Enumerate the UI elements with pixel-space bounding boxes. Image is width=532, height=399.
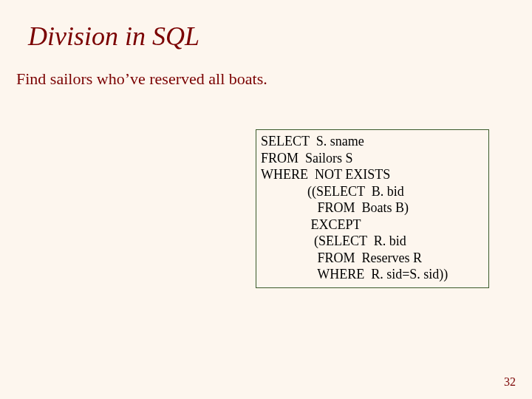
code-text: S. sname <box>310 134 364 149</box>
code-text: Reserves R <box>355 250 422 265</box>
sql-keyword: WHERE <box>317 267 364 282</box>
code-line: SELECT S. sname <box>261 133 484 150</box>
code-line: ((SELECT B. bid <box>261 183 484 200</box>
code-line: FROM Sailors S <box>261 150 484 167</box>
code-line: FROM Reserves R <box>261 250 484 267</box>
page-number: 32 <box>504 375 516 389</box>
code-line: WHERE R. sid=S. sid)) <box>261 266 484 283</box>
code-line: EXCEPT <box>261 216 484 233</box>
code-text <box>261 200 318 215</box>
sql-keyword: FROM <box>261 151 299 166</box>
sql-code-box: SELECT S. sname FROM Sailors S WHERE NOT… <box>256 129 489 288</box>
sql-keyword: FROM <box>318 200 355 215</box>
sql-keyword: SELECT <box>318 233 367 248</box>
sql-keyword: FROM <box>318 250 355 265</box>
code-text: R. sid=S. sid)) <box>364 267 448 282</box>
code-text: (( <box>261 184 316 199</box>
code-line: WHERE NOT EXISTS <box>261 166 484 183</box>
code-text: Sailors S <box>299 151 353 166</box>
code-line: FROM Boats B) <box>261 200 484 216</box>
slide-title: Division in SQL <box>28 21 200 52</box>
code-text: B. bid <box>365 184 404 199</box>
code-line: (SELECT R. bid <box>261 233 484 250</box>
sql-keyword: WHERE NOT EXISTS <box>261 167 390 182</box>
code-text <box>261 267 317 282</box>
sql-keyword: EXCEPT <box>311 217 361 232</box>
code-text <box>261 250 318 265</box>
code-text: Boats B) <box>355 200 409 215</box>
slide: Division in SQL Find sailors who’ve rese… <box>0 0 532 399</box>
sql-keyword: SELECT <box>316 184 365 199</box>
code-text: R. bid <box>367 233 406 248</box>
slide-subtitle: Find sailors who’ve reserved all boats. <box>16 69 267 89</box>
code-text: ( <box>261 233 318 248</box>
code-text <box>261 217 311 232</box>
sql-keyword: SELECT <box>261 134 310 149</box>
